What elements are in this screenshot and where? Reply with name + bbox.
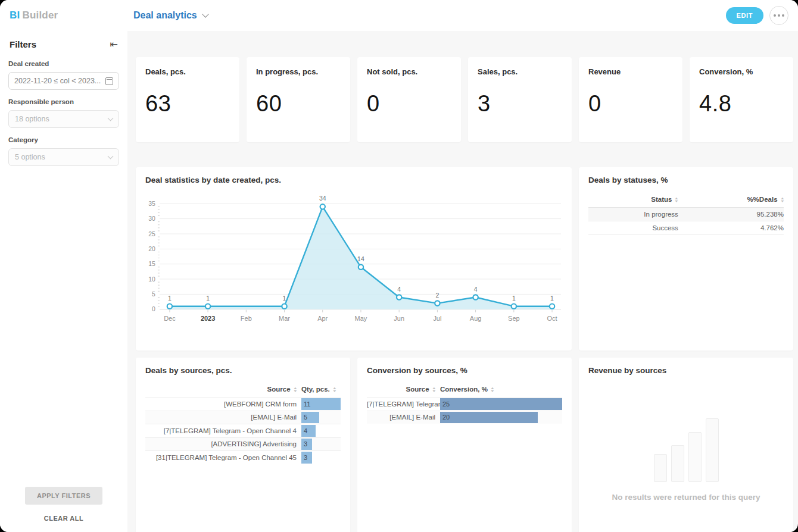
source-cell: [ADVERTISING] Advertising	[145, 440, 301, 447]
source-cell: [WEBFORM] CRM form	[145, 400, 301, 408]
filter-category: Category 5 options	[0, 129, 127, 167]
table-header: Status ▲▼ %%Deals ▲▼	[588, 193, 784, 208]
chevron-down-icon	[202, 11, 208, 17]
value-cell: 4.762%	[760, 224, 784, 231]
report-title-dropdown[interactable]: Deal analytics	[133, 10, 208, 21]
conversion-by-sources-panel: Conversion by sources, % Source ▲▼ Conve…	[357, 358, 572, 532]
svg-text:30: 30	[148, 215, 155, 222]
kpi-card-in-progress: In progress, pcs. 60	[247, 57, 350, 142]
deal-statistics-line-chart: 05101520253035Dec2023FebMarAprMayJunJulA…	[145, 189, 562, 336]
kpi-label: Deals, pcs.	[145, 67, 230, 76]
svg-text:2023: 2023	[201, 315, 215, 322]
deals-by-sources-panel: Deals by sources, pcs. Source ▲▼ Qty, pc…	[136, 358, 350, 532]
edit-button[interactable]: EDIT	[726, 7, 763, 24]
kpi-label: In progress, pcs.	[256, 67, 341, 76]
kpi-value: 0	[367, 91, 451, 117]
qty-bar: 4	[301, 425, 316, 437]
logo-bi: BI	[10, 10, 20, 21]
bar-value: 25	[440, 400, 450, 408]
column-header-source[interactable]: Source ▲▼	[367, 386, 440, 393]
report-title: Deal analytics	[133, 10, 197, 21]
svg-text:2: 2	[435, 292, 439, 299]
column-header-source[interactable]: Source ▲▼	[145, 386, 301, 393]
sort-icon: ▲▼	[432, 387, 435, 392]
empty-state: No results were returned for this query	[588, 417, 784, 502]
kpi-value: 63	[145, 91, 230, 117]
bar-value: 20	[440, 414, 450, 421]
filters-title: Filters	[10, 39, 36, 49]
svg-text:Apr: Apr	[317, 315, 328, 322]
sidebar-footer: APPLY FILTERS CLEAR ALL	[0, 487, 127, 522]
column-header-qty[interactable]: Qty, pcs. ▲▼	[301, 386, 341, 393]
kpi-card-deals: Deals, pcs. 63	[136, 57, 239, 142]
source-cell: [EMAIL] E-Mail	[145, 414, 301, 421]
panel-title: Conversion by sources, %	[367, 366, 562, 375]
kpi-value: 60	[256, 91, 341, 117]
svg-text:May: May	[355, 315, 367, 322]
responsible-person-select[interactable]: 18 options	[8, 110, 119, 128]
filter-label: Category	[8, 136, 119, 143]
calendar-icon	[105, 77, 113, 85]
kpi-label: Revenue	[588, 67, 673, 76]
qty-bar: 3	[301, 439, 312, 450]
svg-text:1: 1	[512, 295, 516, 302]
sort-icon: ▲▼	[491, 387, 494, 392]
column-header-deals-percent[interactable]: %%Deals ▲▼	[747, 196, 784, 203]
svg-text:4: 4	[474, 286, 478, 293]
filter-responsible-person: Responsible person 18 options	[0, 91, 127, 129]
svg-text:14: 14	[357, 256, 364, 262]
svg-text:Jul: Jul	[433, 315, 441, 322]
more-options-button[interactable]	[769, 6, 788, 25]
status-cell: In progress	[644, 211, 678, 218]
deal-created-date-input[interactable]: 2022-11-20 ≤ col < 2023...	[8, 72, 119, 90]
app-logo: BIBuilder	[0, 10, 127, 21]
svg-text:20: 20	[148, 246, 155, 252]
table-row: [EMAIL] E-Mail 5	[145, 411, 341, 424]
column-header-status[interactable]: Status ▲▼	[651, 196, 678, 203]
collapse-sidebar-icon[interactable]: ⇤	[110, 40, 118, 49]
svg-text:1: 1	[283, 295, 286, 302]
svg-text:35: 35	[148, 201, 155, 207]
filters-sidebar: Filters ⇤ Deal created 2022-11-20 ≤ col …	[0, 31, 127, 532]
table-header: Source ▲▼ Conversion, % ▲▼	[367, 383, 562, 397]
kpi-value: 0	[588, 91, 673, 117]
clear-all-button[interactable]: CLEAR ALL	[40, 514, 87, 522]
svg-text:Feb: Feb	[241, 315, 252, 322]
table-row: [EMAIL] E-Mail 20	[367, 411, 562, 424]
ellipsis-icon	[774, 14, 776, 17]
category-select[interactable]: 5 options	[8, 148, 119, 166]
bar-value: 5	[301, 414, 307, 421]
svg-text:Oct: Oct	[547, 315, 557, 322]
kpi-label: Not sold, pcs.	[367, 67, 451, 76]
top-bar: BIBuilder Deal analytics EDIT	[0, 0, 798, 31]
empty-message: No results were returned for this query	[612, 493, 760, 502]
kpi-card-not-sold: Not sold, pcs. 0	[357, 57, 461, 142]
panel-title: Deals by sources, pcs.	[145, 366, 341, 375]
svg-text:Mar: Mar	[279, 315, 290, 322]
kpi-card-conversion: Conversion, % 4.8	[690, 57, 793, 142]
logo-builder: Builder	[22, 10, 58, 21]
svg-text:4: 4	[397, 286, 401, 293]
svg-text:10: 10	[148, 276, 155, 283]
panel-title: Deal statistics by date created, pcs.	[145, 176, 562, 184]
chevron-down-icon	[108, 154, 114, 159]
kpi-label: Conversion, %	[699, 67, 784, 76]
apply-filters-button[interactable]: APPLY FILTERS	[25, 487, 102, 505]
svg-text:Jun: Jun	[394, 315, 404, 322]
kpi-card-revenue: Revenue 0	[579, 57, 682, 142]
dashboard-content: Deals, pcs. 63 In progress, pcs. 60 Not …	[127, 31, 798, 532]
deal-statistics-chart: 05101520253035Dec2023FebMarAprMayJunJulA…	[145, 189, 562, 338]
kpi-value: 3	[478, 91, 562, 117]
kpi-card-sales: Sales, pcs. 3	[468, 57, 572, 142]
bar-value: 4	[301, 427, 307, 434]
deal-statistics-panel: Deal statistics by date created, pcs. 05…	[136, 167, 572, 351]
statuses-table: Status ▲▼ %%Deals ▲▼ In progress 95.238%	[588, 193, 784, 235]
column-header-conversion[interactable]: Conversion, % ▲▼	[440, 386, 562, 393]
table-row: In progress 95.238%	[588, 208, 784, 221]
table-row: Success 4.762%	[588, 221, 784, 235]
table-header: Source ▲▼ Qty, pcs. ▲▼	[145, 383, 341, 397]
table-row: [7|TELEGRAM] Telegram - Open Channel 4 4	[145, 424, 341, 437]
bar-value: 3	[301, 440, 307, 447]
svg-text:1: 1	[550, 295, 554, 302]
svg-text:Aug: Aug	[470, 315, 482, 322]
